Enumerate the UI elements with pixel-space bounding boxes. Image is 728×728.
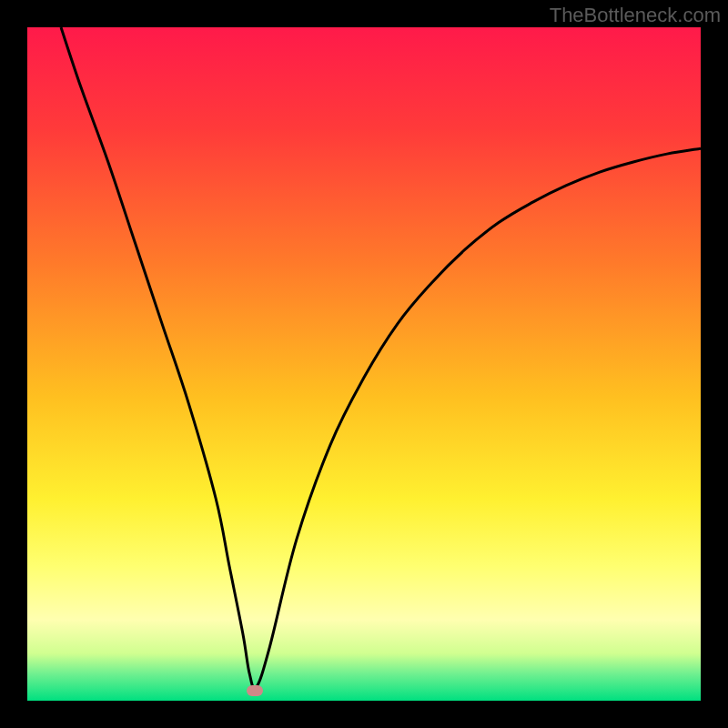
watermark-label: TheBottleneck.com <box>550 4 721 27</box>
optimal-point-marker <box>247 685 263 696</box>
bottleneck-chart <box>27 27 701 701</box>
bottleneck-curve <box>27 27 701 701</box>
